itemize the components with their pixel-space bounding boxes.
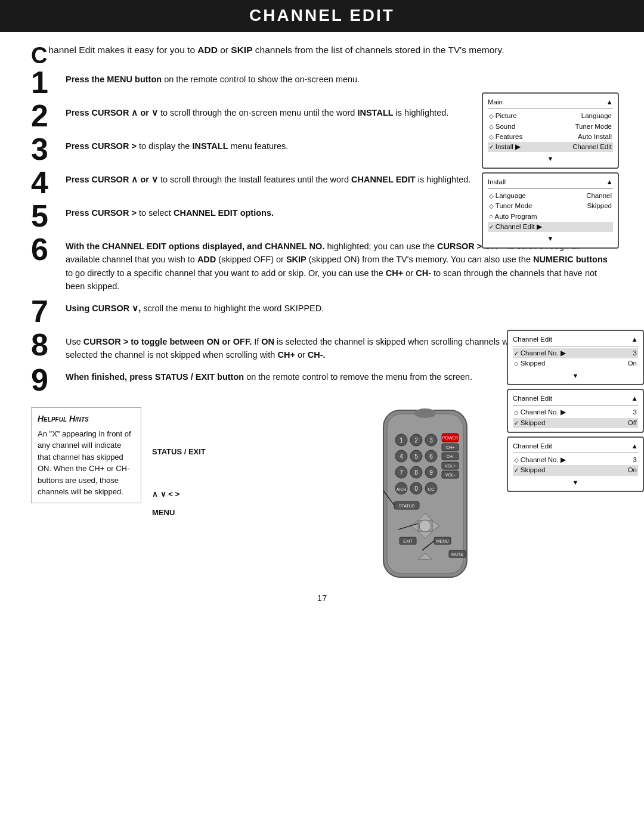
intro-text: hannel Edit makes it easy for you to: [48, 45, 197, 55]
screen-panels-top: Main▲ Picture Language Sound Tuner Mode …: [482, 92, 619, 249]
svg-text:5: 5: [414, 453, 418, 460]
screen-arrow-down: ▼: [488, 234, 613, 244]
screen-row: Sound Tuner Mode: [488, 122, 613, 132]
page-number: 17: [0, 593, 644, 614]
step-number: 7: [31, 296, 66, 327]
intro-mid1: or: [218, 45, 231, 55]
svg-text:1: 1: [400, 437, 403, 444]
screen-header: Channel Edit▲: [513, 394, 638, 405]
screen-row: Channel No. ▶ 3: [513, 455, 638, 465]
intro-text2: channels from the list of channels store…: [253, 45, 504, 55]
screen-row: Channel No. ▶ 3: [513, 407, 638, 417]
svg-text:POWER: POWER: [442, 436, 457, 440]
arrows-label: ∧ ∨ < >: [152, 490, 206, 498]
helpful-hints-box: Helpful Hints An "X" appearing in front …: [31, 407, 141, 503]
step-number: 5: [31, 200, 66, 231]
hint-title: Helpful Hints: [38, 413, 135, 425]
screen-header: Install▲: [488, 177, 613, 189]
screen-panels-bottom: Channel Edit▲ Channel No. ▶ 3 Skipped On…: [507, 330, 644, 492]
svg-text:2: 2: [414, 437, 418, 444]
svg-text:4: 4: [400, 453, 403, 460]
svg-text:A/CH: A/CH: [396, 487, 406, 491]
screen-row: Picture Language: [488, 111, 613, 121]
screen-arrow-down: ▼: [513, 371, 638, 381]
svg-text:VOL+: VOL+: [444, 464, 455, 468]
svg-text:CH+: CH+: [445, 445, 454, 450]
step-number: 9: [31, 364, 66, 395]
screen-row: Tuner Mode Skipped: [488, 201, 613, 211]
menu-label: MENU: [152, 509, 206, 516]
page-title: CHANNEL EDIT: [0, 0, 644, 32]
svg-text:MUTE: MUTE: [451, 552, 463, 556]
step-number: 8: [31, 329, 66, 360]
screen-row: Skipped Off: [513, 418, 638, 428]
step-item: 7 Using CURSOR ∨, scroll the menu to hig…: [31, 299, 613, 327]
step-content: Using CURSOR ∨, scroll the menu to highl…: [66, 299, 613, 315]
screen-row: Install ▶ Channel Edit: [488, 142, 613, 152]
screen-row: Channel No. ▶ 3: [513, 348, 638, 358]
hint-text: An "X" appearing in front of any channel…: [38, 428, 135, 498]
svg-text:MENU: MENU: [436, 539, 448, 543]
intro-bold1: ADD: [197, 45, 218, 55]
intro-bold2: SKIP: [231, 45, 252, 55]
remote-image: 1 2 3 POWER CH+ 4 5: [366, 407, 485, 582]
svg-text:CH-: CH-: [446, 454, 454, 459]
screen-screen5: Channel Edit▲ Channel No. ▶ 3 Skipped On…: [507, 436, 644, 492]
step-number: 1: [31, 67, 66, 98]
screen-row: Skipped On: [513, 358, 638, 368]
screen-row: Channel Edit ▶: [488, 222, 613, 232]
svg-text:6: 6: [429, 453, 433, 460]
screen-header: Channel Edit▲: [513, 335, 638, 346]
screen-row: ○ Auto Program: [488, 212, 613, 222]
svg-point-43: [419, 520, 431, 532]
step-number: 3: [31, 134, 66, 165]
screen-screen1: Main▲ Picture Language Sound Tuner Mode …: [482, 92, 619, 169]
screen-screen2: Install▲ Language Channel Tuner Mode Ski…: [482, 172, 619, 249]
step-number: 4: [31, 167, 66, 198]
svg-text:8: 8: [414, 469, 418, 476]
svg-text:CC: CC: [428, 487, 435, 492]
svg-point-2: [414, 408, 436, 418]
screen-row: Skipped On: [513, 465, 638, 475]
svg-text:0: 0: [414, 485, 418, 492]
screen-row: Features Auto Install: [488, 132, 613, 142]
svg-text:STATUS: STATUS: [398, 504, 414, 508]
intro-paragraph: C hannel Edit makes it easy for you to A…: [0, 43, 644, 57]
status-exit-label: STATUS / EXIT ∧ ∨ < > MENU: [152, 448, 206, 516]
screen-header: Main▲: [488, 97, 613, 109]
step-number: 2: [31, 100, 66, 131]
svg-text:EXIT: EXIT: [403, 539, 413, 543]
svg-text:VOL-: VOL-: [445, 473, 455, 477]
screen-screen4: Channel Edit▲ Channel No. ▶ 3 Skipped Of…: [507, 389, 644, 433]
screen-arrow-down: ▼: [513, 478, 638, 488]
screen-row: Language Channel: [488, 191, 613, 201]
screen-screen3: Channel Edit▲ Channel No. ▶ 3 Skipped On…: [507, 330, 644, 385]
step-content: Press the MENU button on the remote cont…: [66, 70, 613, 86]
dropcap: C: [31, 44, 47, 67]
step-number: 6: [31, 234, 66, 265]
screen-arrow-down: ▼: [488, 154, 613, 164]
svg-text:7: 7: [400, 469, 403, 476]
svg-text:3: 3: [429, 437, 433, 444]
svg-text:9: 9: [429, 469, 433, 476]
screen-header: Channel Edit▲: [513, 441, 638, 453]
